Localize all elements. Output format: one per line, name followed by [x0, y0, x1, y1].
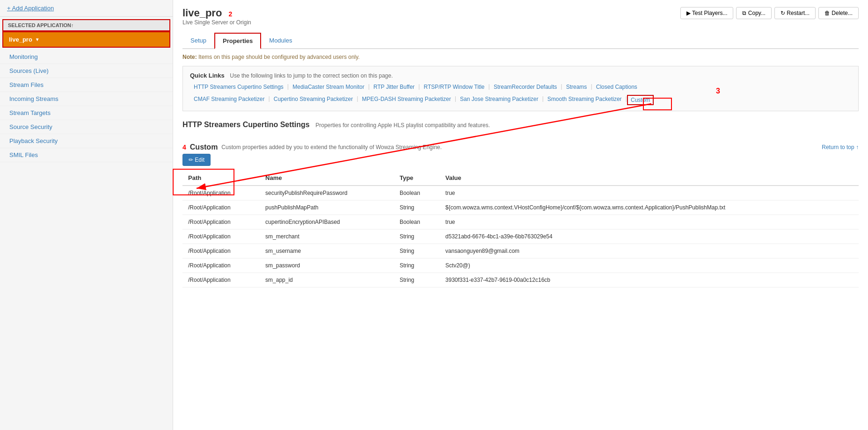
- quick-link-streamrecorder[interactable]: StreamRecorder Defaults: [490, 83, 561, 91]
- sidebar-nav: MonitoringSources (Live)Stream FilesInco…: [0, 50, 173, 162]
- page-title: live_pro 2: [182, 7, 251, 19]
- cell-path-3: /Root/Application: [182, 229, 260, 244]
- quick-link-smooth[interactable]: Smooth Streaming Packetizer: [544, 95, 626, 105]
- step4-badge: 4: [182, 143, 186, 151]
- cell-value-5: Sctv20@): [440, 258, 859, 273]
- add-application-button[interactable]: + Add Application: [0, 0, 173, 17]
- cell-type-4: String: [394, 244, 440, 258]
- cell-value-0: true: [440, 186, 859, 201]
- return-to-top-link[interactable]: Return to top ↑: [822, 144, 859, 150]
- cell-value-1: ${com.wowza.wms.context.VHostConfigHome}…: [440, 201, 859, 215]
- cell-path-4: /Root/Application: [182, 244, 260, 258]
- step2-badge: 2: [229, 10, 233, 18]
- app-item-name: live_pro: [9, 36, 32, 43]
- cell-type-2: Boolean: [394, 215, 440, 229]
- sidebar-item-monitoring[interactable]: Monitoring: [0, 50, 173, 64]
- delete-button[interactable]: 🗑 Delete...: [818, 7, 859, 19]
- table-row: /Root/ApplicationcupertinoEncryptionAPIB…: [182, 215, 859, 229]
- col-header-path: Path: [182, 171, 260, 186]
- quick-link-rtsp-rtp[interactable]: RTSP/RTP Window Title: [420, 83, 488, 91]
- sidebar: + Add Application SELECTED APPLICATION↑ …: [0, 0, 173, 430]
- cell-path-5: /Root/Application: [182, 258, 260, 273]
- quick-link-mediacaster[interactable]: MediaCaster Stream Monitor: [289, 83, 368, 91]
- tab-modules[interactable]: Modules: [261, 33, 300, 49]
- tabs-bar: SetupPropertiesModules: [182, 33, 859, 49]
- table-header-row: PathNameTypeValue: [182, 171, 859, 186]
- cell-name-5: sm_password: [260, 258, 394, 273]
- custom-section-title: Custom: [190, 143, 218, 151]
- cell-value-6: 3930f331-e337-42b7-9619-00a0c12c16cb: [440, 273, 859, 287]
- cell-name-4: sm_username: [260, 244, 394, 258]
- table-body: /Root/ApplicationsecurityPublishRequireP…: [182, 186, 859, 287]
- copy-button[interactable]: ⧉ Copy...: [736, 7, 771, 19]
- cell-path-2: /Root/Application: [182, 215, 260, 229]
- sidebar-item-sources-live[interactable]: Sources (Live): [0, 64, 173, 78]
- cell-type-6: String: [394, 273, 440, 287]
- cell-name-6: sm_app_id: [260, 273, 394, 287]
- header-buttons: ▶ Test Players...⧉ Copy...↻ Restart...🗑 …: [680, 7, 859, 19]
- custom-section-desc: Custom properties added by you to extend…: [221, 144, 442, 150]
- tab-setup[interactable]: Setup: [182, 33, 214, 49]
- sidebar-item-smil-files[interactable]: SMIL Files: [0, 148, 173, 162]
- sidebar-item-source-security[interactable]: Source Security: [0, 120, 173, 134]
- restart-button[interactable]: ↻ Restart...: [774, 7, 816, 19]
- sidebar-item-stream-files[interactable]: Stream Files: [0, 78, 173, 92]
- quick-link-custom-link[interactable]: Custom: [627, 95, 654, 105]
- quick-link-cmaf[interactable]: CMAF Streaming Packetizer: [190, 95, 268, 105]
- cell-value-2: true: [440, 215, 859, 229]
- quick-link-http-cupertino[interactable]: HTTP Streamers Cupertino Settings: [190, 83, 287, 91]
- table-row: /Root/Applicationsm_usernameStringvansao…: [182, 244, 859, 258]
- test-players-button[interactable]: ▶ Test Players...: [680, 7, 733, 19]
- cell-type-5: String: [394, 258, 440, 273]
- edit-button[interactable]: ✏ Edit: [182, 154, 211, 166]
- sidebar-item-playback-security[interactable]: Playback Security: [0, 134, 173, 148]
- table-row: /Root/Applicationsm_passwordStringSctv20…: [182, 258, 859, 273]
- table-row: /Root/ApplicationsecurityPublishRequireP…: [182, 186, 859, 201]
- sidebar-item-stream-targets[interactable]: Stream Targets: [0, 106, 173, 120]
- quick-link-cupertino-pack[interactable]: Cupertino Streaming Packetizer: [270, 95, 357, 105]
- col-header-value: Value: [440, 171, 859, 186]
- http-section-desc: Properties for controlling Apple HLS pla…: [315, 122, 490, 129]
- page-title-area: live_pro 2 Live Single Server or Origin: [182, 7, 251, 26]
- page-header: live_pro 2 Live Single Server or Origin …: [182, 7, 859, 26]
- page-subtitle: Live Single Server or Origin: [182, 19, 251, 26]
- quick-links-desc: Use the following links to jump to the c…: [230, 72, 393, 79]
- cell-type-1: String: [394, 201, 440, 215]
- note-bar: Note: Items on this page should be confi…: [182, 54, 859, 60]
- quick-link-streams[interactable]: Streams: [562, 83, 591, 91]
- col-header-name: Name: [260, 171, 394, 186]
- cell-name-3: sm_merchant: [260, 229, 394, 244]
- custom-section: 4 Custom Custom properties added by you …: [182, 143, 859, 287]
- cell-name-0: securityPublishRequirePassword: [260, 186, 394, 201]
- selected-application-label: SELECTED APPLICATION↑: [2, 19, 170, 31]
- cell-path-6: /Root/Application: [182, 273, 260, 287]
- custom-data-table: PathNameTypeValue /Root/Applicationsecur…: [182, 171, 859, 287]
- quick-links-section: Quick Links Use the following links to j…: [182, 66, 859, 111]
- quick-link-rtp-jitter[interactable]: RTP Jitter Buffer: [370, 83, 418, 91]
- tab-properties[interactable]: Properties: [214, 33, 261, 49]
- quick-links-label: Quick Links: [190, 72, 225, 79]
- main-content: live_pro 2 Live Single Server or Origin …: [173, 0, 868, 430]
- edit-btn-area: ✏ Edit: [182, 154, 859, 166]
- app-wrapper: + Add Application SELECTED APPLICATION↑ …: [0, 0, 868, 430]
- quick-link-mpeg-dash[interactable]: MPEG-DASH Streaming Packetizer: [358, 95, 455, 105]
- table-row: /Root/Applicationsm_app_idString3930f331…: [182, 273, 859, 287]
- cell-type-3: String: [394, 229, 440, 244]
- quick-link-san-jose[interactable]: San Jose Streaming Packetizer: [456, 95, 542, 105]
- table-row: /Root/Applicationsm_merchantStringd5321a…: [182, 229, 859, 244]
- cell-value-4: vansaonguyen89@gmail.com: [440, 244, 859, 258]
- cell-type-0: Boolean: [394, 186, 440, 201]
- cell-name-1: pushPublishMapPath: [260, 201, 394, 215]
- dropdown-arrow-icon: ▼: [35, 37, 40, 42]
- cell-name-2: cupertinoEncryptionAPIBased: [260, 215, 394, 229]
- table-row: /Root/ApplicationpushPublishMapPathStrin…: [182, 201, 859, 215]
- quick-links-row1: HTTP Streamers Cupertino Settings | Medi…: [190, 83, 851, 91]
- quick-link-closed-captions[interactable]: Closed Captions: [592, 83, 641, 91]
- http-section-heading: HTTP Streamers Cupertino Settings Proper…: [182, 121, 859, 129]
- sidebar-item-incoming-streams[interactable]: Incoming Streams: [0, 92, 173, 106]
- selected-app-item[interactable]: live_pro ▼: [2, 31, 170, 48]
- cell-value-3: d5321abd-6676-4bc1-a39e-6bb763029e54: [440, 229, 859, 244]
- quick-links-row2: CMAF Streaming Packetizer | Cupertino St…: [190, 95, 851, 105]
- cell-path-0: /Root/Application: [182, 186, 260, 201]
- col-header-type: Type: [394, 171, 440, 186]
